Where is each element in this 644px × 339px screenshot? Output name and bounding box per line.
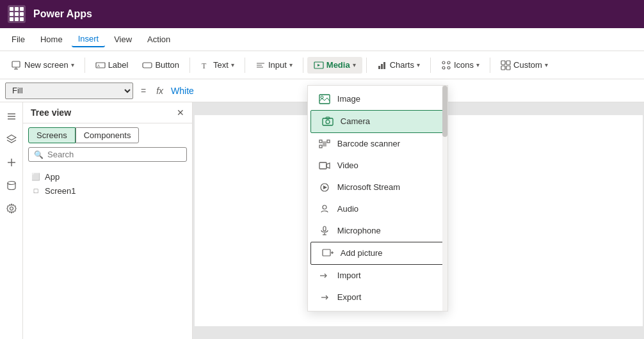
new-screen-button[interactable]: New screen ▾ [5, 57, 81, 74]
separator-2 [189, 58, 190, 73]
dropdown-scrollbar-thumb[interactable] [442, 86, 447, 137]
svg-rect-23 [319, 162, 326, 169]
icons-button[interactable]: Icons ▾ [435, 57, 486, 74]
sidebar-icons [0, 102, 23, 339]
dropdown-scrollbar-track[interactable] [442, 86, 447, 311]
media-option-export[interactable]: Export [308, 287, 447, 308]
svg-marker-11 [318, 64, 320, 67]
media-option-import-label: Import [337, 271, 361, 280]
svg-marker-26 [323, 185, 327, 189]
svg-point-41 [442, 67, 445, 69]
media-button[interactable]: Media ▾ [307, 57, 362, 74]
button-button[interactable]: Button [136, 57, 186, 74]
separator-4 [303, 58, 303, 73]
formula-property-select[interactable]: Fill [5, 83, 133, 99]
media-option-import[interactable]: Import [308, 265, 447, 287]
input-button[interactable]: Input ▾ [249, 57, 299, 74]
media-option-add-picture-label: Add picture [341, 248, 383, 258]
search-input[interactable] [47, 150, 181, 159]
svg-rect-37 [381, 64, 383, 69]
import-icon [318, 269, 331, 282]
media-dropdown-menu: Image Camera [307, 85, 448, 311]
media-dropdown-wrapper: Media ▾ Image [307, 57, 362, 74]
media-option-audio[interactable]: Audio [308, 198, 447, 220]
tree-item-screen1[interactable]: □ Screen1 [28, 184, 187, 198]
image-icon [318, 93, 331, 106]
svg-rect-31 [323, 249, 330, 256]
svg-rect-18 [319, 145, 322, 148]
svg-rect-36 [378, 66, 380, 69]
input-chevron: ▾ [289, 61, 293, 68]
svg-rect-28 [323, 226, 326, 231]
media-option-barcode[interactable]: Barcode scanner [308, 133, 447, 155]
label-label: Label [108, 60, 129, 70]
tree-view-panel: Tree view ✕ Screens Components 🔍 ⬜ App □… [23, 102, 193, 339]
add-picture-icon [321, 247, 334, 260]
svg-marker-24 [326, 163, 330, 168]
new-screen-icon [12, 60, 22, 70]
media-option-video[interactable]: Video [308, 155, 447, 177]
svg-point-42 [447, 67, 450, 69]
formula-equals-sign: = [138, 86, 149, 96]
sidebar-plus-icon[interactable] [3, 154, 20, 171]
media-option-image[interactable]: Image [308, 88, 447, 110]
text-button[interactable]: T Text ▾ [194, 57, 241, 74]
media-option-stream-label: Microsoft Stream [337, 182, 400, 192]
media-option-add-picture[interactable]: Add picture [310, 242, 445, 265]
svg-rect-17 [319, 140, 322, 143]
svg-point-27 [323, 205, 326, 209]
media-option-stream[interactable]: Microsoft Stream [308, 177, 447, 198]
text-label: Text [213, 60, 229, 70]
tree-item-app[interactable]: ⬜ App [28, 170, 187, 184]
separator-5 [366, 58, 367, 73]
camera-icon [321, 115, 334, 128]
separator-3 [245, 58, 245, 73]
tree-view-close-button[interactable]: ✕ [177, 107, 184, 118]
media-option-video-label: Video [337, 161, 358, 170]
sidebar-settings-icon[interactable] [3, 200, 20, 217]
formula-fx-symbol: fx [154, 86, 166, 96]
icons-toolbar-icon [441, 60, 451, 70]
tab-components[interactable]: Components [76, 127, 140, 143]
new-screen-chevron: ▾ [71, 61, 74, 68]
svg-rect-45 [501, 66, 505, 70]
input-icon [255, 60, 266, 70]
sidebar-layers-icon[interactable] [3, 130, 20, 148]
media-chevron: ▾ [353, 61, 356, 68]
svg-rect-46 [506, 66, 510, 70]
media-option-microphone[interactable]: Microphone [308, 220, 447, 242]
media-option-audio-label: Audio [337, 204, 358, 214]
svg-rect-0 [12, 61, 20, 67]
screen-icon: □ [31, 185, 41, 196]
menu-action[interactable]: Action [141, 32, 177, 47]
menu-view[interactable]: View [108, 32, 138, 47]
tree-search-bar: 🔍 [28, 147, 187, 162]
menu-home[interactable]: Home [34, 32, 69, 47]
custom-label: Custom [513, 60, 542, 70]
separator-1 [85, 58, 85, 73]
svg-rect-44 [506, 61, 510, 65]
charts-label: Charts [390, 60, 414, 70]
text-icon: T [200, 60, 211, 70]
separator-7 [490, 58, 490, 73]
custom-button[interactable]: Custom ▾ [494, 57, 554, 74]
media-option-camera[interactable]: Camera [310, 110, 445, 133]
charts-chevron: ▾ [417, 61, 420, 68]
label-button[interactable]: A Label [89, 57, 135, 74]
formula-value-text: White [171, 86, 194, 96]
tab-screens[interactable]: Screens [28, 127, 76, 143]
charts-button[interactable]: Charts ▾ [371, 57, 426, 74]
stream-icon [318, 181, 331, 194]
menu-insert[interactable]: Insert [72, 31, 106, 47]
audio-icon [318, 203, 331, 216]
svg-point-54 [10, 207, 13, 210]
search-icon: 🔍 [34, 150, 44, 159]
sidebar-db-icon[interactable] [3, 177, 20, 194]
sidebar-menu-icon[interactable] [3, 107, 20, 125]
tree-items-list: ⬜ App □ Screen1 [23, 167, 192, 200]
menu-file[interactable]: File [5, 32, 31, 47]
icons-chevron: ▾ [476, 61, 479, 68]
svg-rect-14 [323, 118, 333, 125]
button-icon [142, 60, 152, 70]
waffle-menu-button[interactable] [8, 5, 26, 23]
